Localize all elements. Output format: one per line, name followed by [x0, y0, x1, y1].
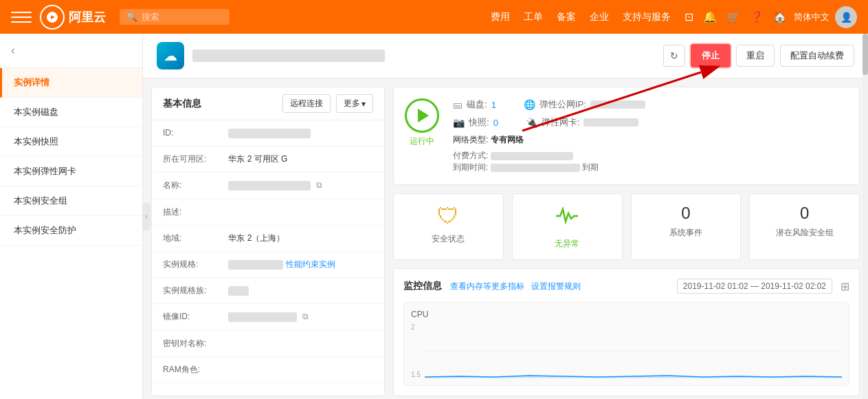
eip-icon: 🌐 [524, 99, 535, 110]
system-event-card: 0 系统事件 [631, 193, 742, 260]
nav-link-icp[interactable]: 备案 [557, 11, 576, 23]
instance-title [192, 50, 655, 62]
top-navigation: 阿里云 🔍 费用 工单 备案 企业 支持与服务 ⊡ 🔔 🛒 ❓ 🏠 简体中文 👤 [0, 0, 868, 34]
anomaly-label: 无异常 [555, 238, 579, 250]
grid-view-icon[interactable]: ⊞ [841, 280, 849, 293]
search-bar[interactable]: 🔍 [120, 9, 230, 25]
panel-title: 基本信息 [163, 98, 277, 110]
disk-count[interactable]: 1 [491, 100, 496, 110]
cpu-chart-title: CPU [411, 310, 842, 319]
disk-icon: 🖴 [453, 99, 463, 110]
basic-info-panel: 基本信息 远程连接 更多 ▾ ID: 所在可用区: 华东 2 可用区 G [151, 87, 385, 396]
table-row: 密钥对名称: [152, 330, 384, 356]
main-content: ☁ ↻ 停止 重启 配置自动续费 基本信息 远程连接 更多 ▾ [143, 34, 868, 399]
more-button[interactable]: 更多 ▾ [336, 94, 373, 113]
right-panel: 运行中 🖴 磁盘: 1 🌐 弹性 [393, 87, 860, 396]
sidebar-item-eni[interactable]: 本实例弹性网卡 [0, 157, 142, 186]
chart-line-area [425, 323, 842, 378]
spec-masked [228, 260, 283, 270]
table-row: 所在可用区: 华东 2 可用区 G [152, 147, 384, 173]
nav-link-ticket[interactable]: 工单 [524, 11, 543, 23]
sidebar-menu: 实例详情 本实例磁盘 本实例快照 本实例弹性网卡 本实例安全组 本实例安全防护 [0, 68, 142, 246]
id-masked [228, 129, 311, 138]
set-alarm-link[interactable]: 设置报警规则 [531, 281, 581, 292]
system-event-count: 0 [681, 204, 690, 223]
home-icon[interactable]: 🏠 [773, 10, 787, 23]
instance-header: ☁ ↻ 停止 重启 配置自动续费 [143, 34, 868, 78]
risk-group-count: 0 [800, 204, 809, 223]
running-label: 运行中 [410, 136, 434, 147]
user-avatar[interactable]: 👤 [835, 6, 857, 28]
copy-name-icon[interactable]: ⧉ [316, 180, 322, 190]
info-table: ID: 所在可用区: 华东 2 可用区 G 名称: ⧉ [152, 120, 384, 383]
expire-row: 到期时间: 到期 [453, 162, 848, 173]
screen-icon[interactable]: ⊡ [685, 10, 693, 23]
logo-text: 阿里云 [69, 9, 106, 25]
y-label-mid: 1.5 [411, 371, 421, 378]
view-more-metrics-link[interactable]: 查看内存等更多指标 [450, 281, 524, 292]
sidebar-item-disk[interactable]: 本实例磁盘 [0, 98, 142, 127]
y-label-top: 2 [411, 323, 421, 331]
risk-group-label: 潜在风险安全组 [776, 227, 834, 239]
anomaly-status-card: 无异常 [512, 193, 623, 260]
chevron-down-icon: ▾ [361, 99, 366, 109]
snapshot-status-item: 📷 快照: 0 [453, 116, 498, 129]
panel-header: 基本信息 远程连接 更多 ▾ [152, 87, 384, 120]
security-row: 🛡 安全状态 无异常 0 系统事件 [393, 193, 860, 260]
play-icon [418, 109, 429, 122]
nav-link-support[interactable]: 支持与服务 [623, 11, 671, 23]
monitor-date-range[interactable]: 2019-11-02 01:02 — 2019-11-02 02:02 [677, 279, 832, 294]
sidebar-collapse-button[interactable]: › [142, 203, 151, 230]
nav-icons: ⊡ 🔔 🛒 ❓ 🏠 [685, 10, 787, 23]
table-row: RAM角色: [152, 356, 384, 382]
risk-security-group-card: 0 潜在风险安全组 [749, 193, 860, 260]
sidebar-item-security-group[interactable]: 本实例安全组 [0, 186, 142, 216]
logo: 阿里云 [40, 5, 106, 30]
help-icon[interactable]: ❓ [750, 10, 764, 23]
hamburger-menu[interactable] [11, 7, 32, 28]
stop-button[interactable]: 停止 [691, 44, 731, 67]
nav-link-fee[interactable]: 费用 [491, 11, 510, 23]
status-items-row2: 📷 快照: 0 🔌 弹性网卡: [453, 116, 848, 129]
expire-masked [491, 164, 580, 172]
sidebar-item-instance-detail[interactable]: 实例详情 [0, 68, 142, 98]
cart-icon[interactable]: 🛒 [726, 10, 740, 23]
instance-name-masked [192, 50, 385, 62]
restart-button[interactable]: 重启 [736, 45, 775, 67]
scrollbar[interactable] [863, 34, 868, 399]
language-selector[interactable]: 简体中文 [794, 11, 830, 23]
system-event-label: 系统事件 [669, 227, 702, 239]
bell-icon[interactable]: 🔔 [703, 10, 717, 23]
table-row: 实例规格: 性能约束实例 [152, 251, 384, 277]
sidebar-back-button[interactable]: ‹ [0, 34, 142, 68]
remote-connect-button[interactable]: 远程连接 [282, 94, 331, 113]
monitor-title: 监控信息 [403, 280, 442, 292]
monitor-links: 查看内存等更多指标 设置报警规则 [450, 281, 581, 292]
refresh-button[interactable]: ↻ [663, 45, 685, 67]
table-row: ID: [152, 120, 384, 147]
spec-family-masked [228, 286, 249, 296]
chart-y-labels: 2 1.5 [411, 323, 421, 378]
pay-method-row: 付费方式: [453, 150, 848, 162]
eip-status-item: 🌐 弹性公网IP: [524, 98, 645, 111]
scroll-thumb[interactable] [863, 34, 868, 75]
nav-link-enterprise[interactable]: 企业 [590, 11, 609, 23]
security-status-label: 安全状态 [432, 233, 465, 245]
spec-constraint-link[interactable]: 性能约束实例 [286, 259, 335, 269]
sidebar-item-security-protect[interactable]: 本实例安全防护 [0, 216, 142, 246]
eni-val-masked [583, 118, 638, 127]
table-row: 实例规格族: [152, 278, 384, 304]
logo-icon [40, 5, 65, 30]
running-circle [405, 98, 439, 133]
sidebar-item-snapshot[interactable]: 本实例快照 [0, 127, 142, 157]
copy-imageid-icon[interactable]: ⧉ [302, 312, 309, 321]
snapshot-count[interactable]: 0 [493, 118, 498, 128]
table-row: 地域: 华东 2（上海） [152, 225, 384, 251]
search-input[interactable] [142, 12, 223, 22]
status-details: 🖴 磁盘: 1 🌐 弹性公网IP: [453, 98, 848, 173]
status-items-row1: 🖴 磁盘: 1 🌐 弹性公网IP: [453, 98, 848, 111]
table-row: 镜像ID: ⧉ [152, 304, 384, 330]
auto-renew-button[interactable]: 配置自动续费 [780, 45, 854, 67]
running-indicator: 运行中 [405, 98, 439, 147]
status-card: 运行中 🖴 磁盘: 1 🌐 弹性 [393, 87, 860, 185]
